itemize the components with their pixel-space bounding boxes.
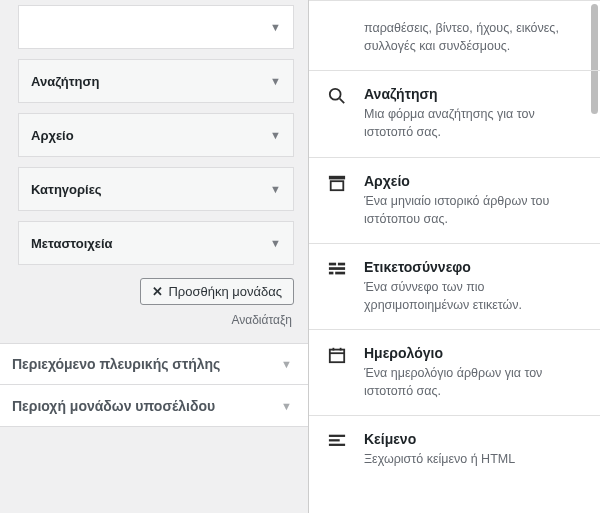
svg-rect-5 (338, 262, 345, 265)
available-widget-calendar[interactable]: Ημερολόγιο Ένα ημερολόγιο άρθρων για τον… (309, 329, 600, 415)
available-widget-search[interactable]: Αναζήτηση Μια φόρμα αναζήτησης για τον ι… (309, 70, 600, 156)
section-footer-widgets[interactable]: Περιοχή μονάδων υποσέλιδου ▼ (0, 385, 308, 427)
svg-rect-8 (335, 271, 345, 274)
chevron-down-icon: ▼ (270, 75, 281, 87)
widget-slot-meta[interactable]: Μεταστοιχεία ▼ (18, 221, 294, 265)
svg-rect-6 (329, 267, 345, 270)
section-label: Περιοχή μονάδων υποσέλιδου (12, 398, 215, 414)
chevron-down-icon: ▼ (270, 183, 281, 195)
widget-label: Κατηγορίες (31, 182, 102, 197)
add-widget-row: ✕ Προσθήκη μονάδας (18, 278, 294, 305)
available-widget-title: Αρχείο (364, 173, 582, 189)
widget-label: Αρχείο (31, 128, 74, 143)
available-widget-title: Ημερολόγιο (364, 345, 582, 361)
svg-rect-2 (329, 175, 345, 179)
chevron-down-icon: ▼ (281, 358, 292, 370)
available-widget-tagcloud[interactable]: Ετικετοσύννεφο Ένα σύννεφο των πιο χρησι… (309, 243, 600, 329)
plus-icon: ✕ (152, 284, 163, 299)
available-widgets-panel: παραθέσεις, βίντεο, ήχους, εικόνες, συλλ… (308, 0, 600, 513)
chevron-down-icon: ▼ (281, 400, 292, 412)
available-widget-item[interactable]: παραθέσεις, βίντεο, ήχους, εικόνες, συλλ… (309, 0, 600, 70)
available-widget-title: Αναζήτηση (364, 86, 582, 102)
available-widget-desc: Ένα μηνιαίο ιστορικό άρθρων του ιστότοπο… (364, 192, 582, 228)
search-icon (327, 86, 347, 106)
available-widget-desc: Μια φόρμα αναζήτησης για τον ιστοτοπό σα… (364, 105, 582, 141)
available-widget-desc: Ένα σύννεφο των πιο χρησιμοποιημένων ετι… (364, 278, 582, 314)
svg-rect-3 (331, 181, 344, 190)
svg-rect-15 (329, 444, 345, 446)
svg-line-1 (340, 99, 345, 104)
reorder-row: Αναδιάταξη (18, 313, 292, 327)
svg-rect-14 (329, 439, 340, 441)
add-widget-label: Προσθήκη μονάδας (168, 284, 282, 299)
format-icon (327, 16, 347, 36)
widget-slot-archive[interactable]: Αρχείο ▼ (18, 113, 294, 157)
calendar-icon (327, 345, 347, 365)
available-widget-text[interactable]: Κείμενο Ξεχωριστό κείμενο ή HTML (309, 415, 600, 483)
widget-slot-categories[interactable]: Κατηγορίες ▼ (18, 167, 294, 211)
svg-rect-13 (329, 435, 345, 437)
svg-rect-9 (330, 350, 344, 363)
archive-icon (327, 173, 347, 193)
svg-rect-4 (329, 262, 336, 265)
svg-point-0 (330, 89, 341, 100)
available-widget-desc: Ένα ημερολόγιο άρθρων για τον ιστοτοπό σ… (364, 364, 582, 400)
section-label: Περιεχόμενο πλευρικής στήλης (12, 356, 220, 372)
svg-rect-7 (329, 271, 334, 274)
available-widget-title: Ετικετοσύννεφο (364, 259, 582, 275)
available-widget-archive[interactable]: Αρχείο Ένα μηνιαίο ιστορικό άρθρων του ι… (309, 157, 600, 243)
widget-label: Μεταστοιχεία (31, 236, 113, 251)
widget-slot-empty[interactable]: ▼ (18, 5, 294, 49)
add-widget-button[interactable]: ✕ Προσθήκη μονάδας (140, 278, 294, 305)
widget-label: Αναζήτηση (31, 74, 99, 89)
chevron-down-icon: ▼ (270, 21, 281, 33)
chevron-down-icon: ▼ (270, 129, 281, 141)
available-widget-title: Κείμενο (364, 431, 582, 447)
sidebar-widget-area: ▼ Αναζήτηση ▼ Αρχείο ▼ Κατηγορίες ▼ Μετα… (0, 0, 308, 513)
section-sidebar-content[interactable]: Περιεχόμενο πλευρικής στήλης ▼ (0, 343, 308, 385)
widget-slot-search[interactable]: Αναζήτηση ▼ (18, 59, 294, 103)
reorder-link[interactable]: Αναδιάταξη (231, 313, 292, 327)
tagcloud-icon (327, 259, 347, 279)
chevron-down-icon: ▼ (270, 237, 281, 249)
available-widget-desc: παραθέσεις, βίντεο, ήχους, εικόνες, συλλ… (364, 19, 582, 55)
available-widget-desc: Ξεχωριστό κείμενο ή HTML (364, 450, 582, 468)
text-icon (327, 431, 347, 451)
